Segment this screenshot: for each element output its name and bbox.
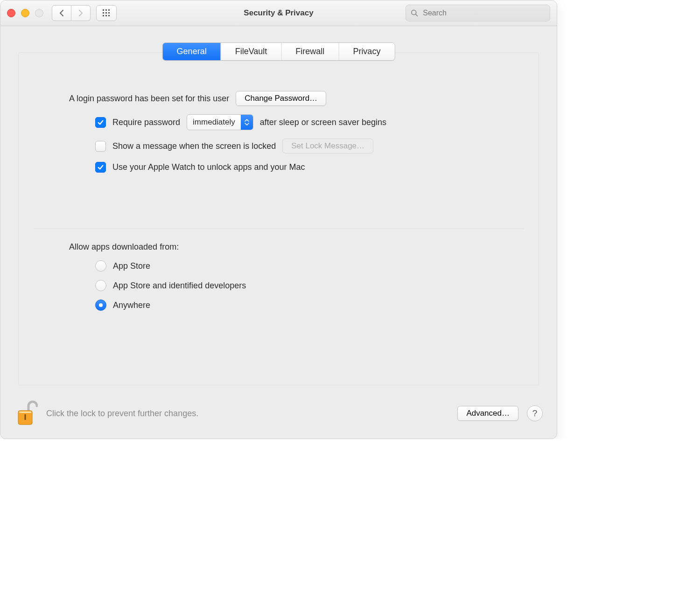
svg-rect-12 xyxy=(25,414,26,420)
gatekeeper-heading: Allow apps downloaded from: xyxy=(69,242,179,252)
svg-rect-3 xyxy=(103,12,104,14)
svg-rect-0 xyxy=(103,9,104,11)
login-password-section: A login password has been set for this u… xyxy=(19,91,539,173)
svg-line-10 xyxy=(416,14,418,16)
require-password-label-before: Require password xyxy=(112,118,180,127)
svg-rect-7 xyxy=(105,15,107,16)
svg-rect-5 xyxy=(108,12,110,14)
gatekeeper-label-identified: App Store and identified developers xyxy=(113,281,246,291)
gatekeeper-label-appstore: App Store xyxy=(113,261,150,271)
show-all-button[interactable] xyxy=(96,5,117,21)
svg-rect-13 xyxy=(19,412,31,413)
svg-rect-8 xyxy=(108,15,110,16)
svg-rect-4 xyxy=(105,12,107,14)
forward-button[interactable] xyxy=(71,5,91,21)
apple-watch-unlock-checkbox[interactable] xyxy=(95,162,106,173)
minimize-button[interactable] xyxy=(21,9,29,17)
gatekeeper-label-anywhere: Anywhere xyxy=(113,300,150,310)
login-intro-text: A login password has been set for this u… xyxy=(69,94,229,104)
tab-privacy[interactable]: Privacy xyxy=(338,43,394,60)
show-lock-message-label: Show a message when the screen is locked xyxy=(112,141,276,151)
search-icon xyxy=(411,9,418,17)
nav-back-forward xyxy=(52,5,91,21)
chevron-right-icon xyxy=(77,9,84,17)
require-password-delay-popup[interactable]: immediately xyxy=(187,114,253,130)
require-password-label-after: after sleep or screen saver begins xyxy=(260,118,386,127)
help-button[interactable]: ? xyxy=(527,405,543,421)
apple-watch-unlock-label: Use your Apple Watch to unlock apps and … xyxy=(112,162,305,172)
tab-firewall[interactable]: Firewall xyxy=(281,43,338,60)
gatekeeper-radio-identified[interactable] xyxy=(95,280,106,291)
change-password-button[interactable]: Change Password… xyxy=(236,91,326,106)
svg-rect-2 xyxy=(108,9,110,11)
gatekeeper-radio-anywhere[interactable] xyxy=(95,300,106,311)
checkmark-icon xyxy=(97,164,104,171)
popup-value: immediately xyxy=(187,118,241,127)
footer: Click the lock to prevent further change… xyxy=(0,394,557,439)
lock-hint-text: Click the lock to prevent further change… xyxy=(46,409,198,419)
titlebar: Security & Privacy xyxy=(0,0,557,26)
svg-rect-1 xyxy=(105,9,107,11)
checkmark-icon xyxy=(97,119,104,126)
padlock-open-icon xyxy=(14,399,38,427)
chevron-left-icon xyxy=(58,9,65,17)
show-lock-message-checkbox[interactable] xyxy=(95,141,106,152)
security-privacy-window: Security & Privacy General FileVault Fir… xyxy=(0,0,557,439)
require-password-checkbox[interactable] xyxy=(95,117,106,128)
set-lock-message-button: Set Lock Message… xyxy=(282,139,373,153)
tab-general[interactable]: General xyxy=(163,43,221,60)
back-button[interactable] xyxy=(52,5,71,21)
grid-icon xyxy=(102,9,111,17)
gatekeeper-radio-appstore[interactable] xyxy=(95,260,106,272)
tab-filevault[interactable]: FileVault xyxy=(221,43,281,60)
tabs: General FileVault Firewall Privacy xyxy=(162,42,395,61)
zoom-button[interactable] xyxy=(35,9,43,17)
advanced-button[interactable]: Advanced… xyxy=(457,406,518,421)
search-field[interactable] xyxy=(406,5,550,21)
search-input[interactable] xyxy=(422,8,545,18)
svg-rect-6 xyxy=(103,15,104,16)
window-controls xyxy=(7,9,43,17)
lock-button[interactable] xyxy=(14,399,38,427)
main-panel: General FileVault Firewall Privacy A log… xyxy=(18,52,539,385)
close-button[interactable] xyxy=(7,9,15,17)
popup-stepper-icon xyxy=(241,115,253,130)
gatekeeper-section: Allow apps downloaded from: App Store Ap… xyxy=(19,242,539,311)
section-divider xyxy=(34,229,524,229)
